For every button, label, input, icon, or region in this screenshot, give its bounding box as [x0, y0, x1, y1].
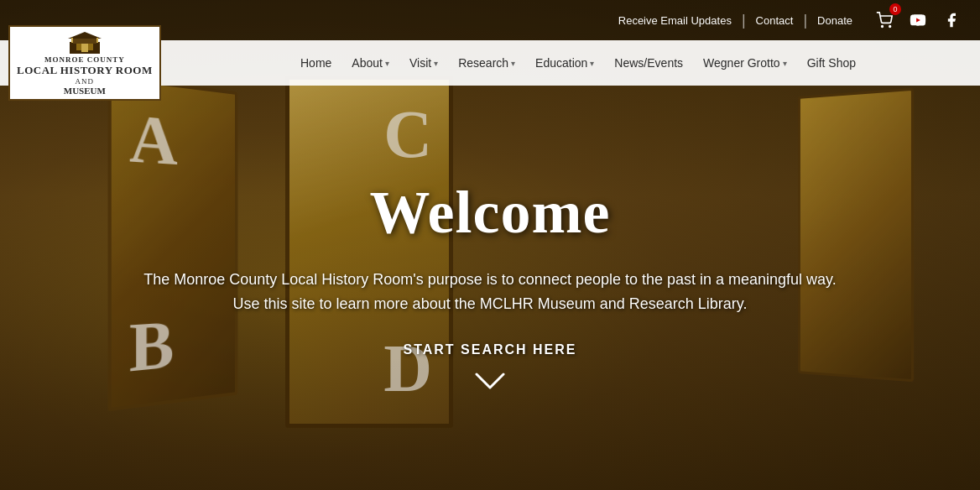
logo-box[interactable]: Monroe County Local History Room and Mus… — [8, 25, 161, 101]
hero-description: The Monroe County Local History Room's p… — [143, 268, 837, 316]
cart-badge: 0 — [889, 3, 901, 15]
svg-point-0 — [882, 26, 884, 28]
svg-rect-7 — [88, 44, 93, 50]
hero-content: Welcome The Monroe County Local History … — [0, 86, 980, 490]
youtube-icon[interactable] — [906, 8, 930, 32]
nav-news-events[interactable]: News/Events — [606, 50, 691, 76]
donate-link[interactable]: Donate — [807, 14, 863, 27]
visit-chevron-icon: ▾ — [434, 59, 438, 68]
nav-about[interactable]: About ▾ — [343, 50, 398, 76]
research-chevron-icon: ▾ — [511, 59, 515, 68]
logo-area: Monroe County Local History Room and Mus… — [8, 25, 176, 101]
svg-marker-5 — [68, 32, 102, 39]
logo-line1: Monroe County — [44, 55, 125, 64]
nav-wegner-grotto[interactable]: Wegner Grotto ▾ — [695, 50, 795, 76]
nav-bar: Monroe County Local History Room and Mus… — [0, 40, 980, 86]
hero-title: Welcome — [370, 178, 611, 248]
svg-rect-8 — [81, 44, 88, 52]
nav-gift-shop[interactable]: Gift Shop — [799, 50, 864, 76]
nav-education[interactable]: Education ▾ — [527, 50, 602, 76]
main-navigation: Home About ▾ Visit ▾ Research ▾ Educatio… — [176, 50, 980, 76]
nav-visit[interactable]: Visit ▾ — [401, 50, 446, 76]
logo-line4: Museum — [64, 86, 106, 96]
top-bar-links: Receive Email Updates | Contact | Donate — [608, 12, 863, 29]
hero-description-line2: Use this site to learn more about the MC… — [143, 292, 837, 316]
hero-cta-arrow-icon[interactable] — [473, 364, 507, 398]
nav-research[interactable]: Research ▾ — [450, 50, 524, 76]
hero-cta-label[interactable]: START SEARCH HERE — [403, 342, 576, 357]
svg-rect-9 — [71, 38, 73, 43]
top-bar-icons: 0 — [873, 8, 963, 32]
nav-home[interactable]: Home — [292, 50, 340, 76]
education-chevron-icon: ▾ — [590, 59, 594, 68]
wegner-chevron-icon: ▾ — [783, 59, 787, 68]
email-updates-link[interactable]: Receive Email Updates — [608, 14, 742, 27]
svg-point-1 — [889, 26, 891, 28]
hero-description-line1: The Monroe County Local History Room's p… — [143, 268, 837, 292]
about-chevron-icon: ▾ — [385, 59, 389, 68]
facebook-icon[interactable] — [940, 8, 963, 32]
cart-icon[interactable]: 0 — [873, 8, 896, 32]
svg-rect-10 — [96, 38, 98, 43]
contact-link[interactable]: Contact — [746, 14, 804, 27]
svg-rect-6 — [76, 44, 81, 50]
logo-building-icon — [66, 30, 103, 55]
logo-line2: Local History Room — [17, 64, 153, 77]
hero-cta: START SEARCH HERE — [403, 342, 576, 398]
logo-line3: and — [76, 77, 95, 86]
